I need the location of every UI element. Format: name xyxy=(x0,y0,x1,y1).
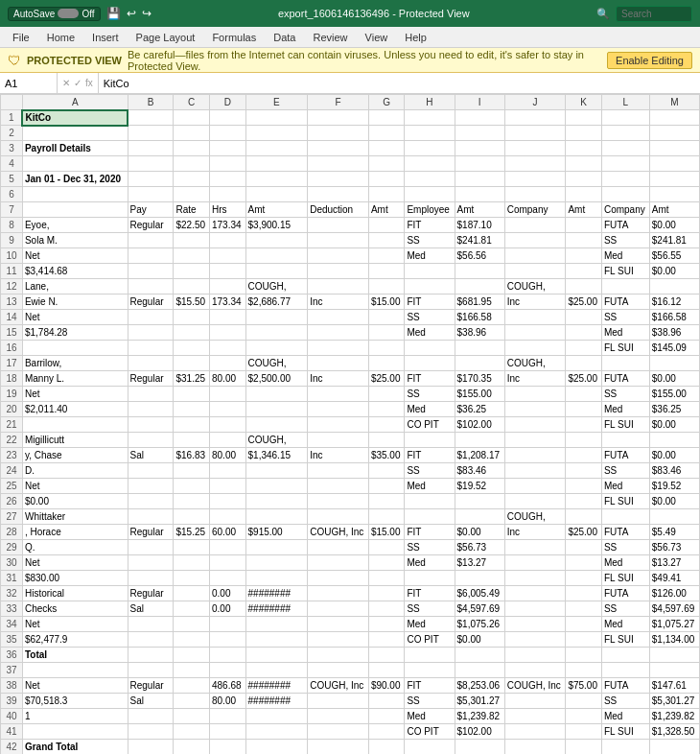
cell-e14[interactable] xyxy=(245,310,308,325)
cell-l37[interactable] xyxy=(601,663,649,678)
cell-g28[interactable]: $15.00 xyxy=(368,525,405,540)
cell-k23[interactable] xyxy=(566,448,602,463)
cell-k35[interactable] xyxy=(566,632,602,648)
cell-e9[interactable] xyxy=(245,233,308,248)
table-row[interactable]: 12Lane,COUGH,COUGH, xyxy=(1,279,700,295)
cell-j18[interactable]: Inc xyxy=(504,371,566,387)
cell-m32[interactable]: $126.00 xyxy=(649,586,699,601)
search-input[interactable] xyxy=(616,6,692,22)
cell-i15[interactable]: $38.96 xyxy=(455,325,504,341)
table-row[interactable]: 32HistoricalRegular0.00########FIT$6,005… xyxy=(1,586,700,601)
cell-f36[interactable] xyxy=(308,648,369,663)
cell-a28[interactable]: , Horace xyxy=(22,525,128,540)
cell-b16[interactable] xyxy=(128,341,174,356)
cell-f29[interactable] xyxy=(308,540,369,555)
cell-c31[interactable] xyxy=(174,571,210,586)
cell-h42[interactable] xyxy=(405,740,455,755)
cell-d39[interactable]: 80.00 xyxy=(209,694,245,709)
cell-l35[interactable]: FL SUI xyxy=(601,632,649,648)
cell-l42[interactable] xyxy=(601,740,649,755)
cell-b14[interactable] xyxy=(128,310,174,325)
undo-icon[interactable]: ↩ xyxy=(127,7,136,20)
cell-i37[interactable] xyxy=(455,663,504,678)
cell-l16[interactable]: FL SUI xyxy=(601,341,649,356)
table-row[interactable]: 20$2,011.40Med$36.25Med$36.25 xyxy=(1,402,700,417)
cell-h34[interactable]: Med xyxy=(405,617,455,632)
cell-j40[interactable] xyxy=(504,709,566,724)
cell-j24[interactable] xyxy=(504,463,566,479)
cell-b17[interactable] xyxy=(128,356,174,371)
cell-f32[interactable] xyxy=(308,586,369,601)
cell-f9[interactable] xyxy=(308,233,369,248)
cell-i27[interactable] xyxy=(455,509,504,525)
cell-e12[interactable]: COUGH, xyxy=(245,279,308,295)
cell-g39[interactable] xyxy=(368,694,405,709)
cell-l32[interactable]: FUTA xyxy=(601,586,649,601)
redo-icon[interactable]: ↪ xyxy=(142,7,152,20)
cell-m34[interactable]: $1,075.27 xyxy=(649,617,699,632)
col-header-e[interactable]: E xyxy=(245,95,308,110)
cell-i23[interactable]: $1,208.17 xyxy=(455,448,504,463)
cell-k1[interactable] xyxy=(566,110,602,126)
cell-d19[interactable] xyxy=(209,387,245,402)
cell-d32[interactable]: 0.00 xyxy=(209,586,245,601)
cell-i25[interactable]: $19.52 xyxy=(455,479,504,494)
table-row[interactable]: 26$0.00FL SUI$0.00 xyxy=(1,494,700,509)
cell-j4[interactable] xyxy=(504,156,566,172)
cell-a36[interactable]: Total xyxy=(22,648,128,663)
cell-b1[interactable] xyxy=(128,110,174,126)
cell-l1[interactable] xyxy=(601,110,649,126)
cell-h21[interactable]: CO PIT xyxy=(405,417,455,433)
cell-m30[interactable]: $13.27 xyxy=(649,555,699,571)
cell-a2[interactable] xyxy=(22,126,128,141)
cell-l33[interactable]: SS xyxy=(601,601,649,617)
cell-d38[interactable]: 486.68 xyxy=(209,678,245,694)
cell-b13[interactable]: Regular xyxy=(128,295,174,310)
table-row[interactable]: 2 xyxy=(1,126,700,141)
cell-a20[interactable]: $2,011.40 xyxy=(22,402,128,417)
cell-d34[interactable] xyxy=(209,617,245,632)
cell-f16[interactable] xyxy=(308,341,369,356)
cell-d22[interactable] xyxy=(209,433,245,448)
save-icon[interactable]: 💾 xyxy=(106,7,121,20)
cell-e7[interactable]: Amt xyxy=(245,202,308,218)
cell-a33[interactable]: Checks xyxy=(22,601,128,617)
cell-j22[interactable] xyxy=(504,433,566,448)
cell-l36[interactable] xyxy=(601,648,649,663)
cell-h22[interactable] xyxy=(405,433,455,448)
cell-d31[interactable] xyxy=(209,571,245,586)
cell-k42[interactable] xyxy=(566,740,602,755)
cell-j13[interactable]: Inc xyxy=(504,295,566,310)
cell-e19[interactable] xyxy=(245,387,308,402)
name-box[interactable]: A1 xyxy=(0,73,58,93)
cell-l28[interactable]: FUTA xyxy=(601,525,649,540)
cell-a9[interactable]: Sola M. xyxy=(22,233,128,248)
cell-i4[interactable] xyxy=(455,156,504,172)
cell-h17[interactable] xyxy=(405,356,455,371)
cell-d3[interactable] xyxy=(209,141,245,156)
cell-i36[interactable] xyxy=(455,648,504,663)
cell-k18[interactable]: $25.00 xyxy=(566,371,602,387)
cell-f11[interactable] xyxy=(308,264,369,279)
cell-i34[interactable]: $1,075.26 xyxy=(455,617,504,632)
cell-e18[interactable]: $2,500.00 xyxy=(245,371,308,387)
cell-m9[interactable]: $241.81 xyxy=(649,233,699,248)
cell-l14[interactable]: SS xyxy=(601,310,649,325)
cell-j36[interactable] xyxy=(504,648,566,663)
cell-i6[interactable] xyxy=(455,187,504,202)
cell-c24[interactable] xyxy=(174,463,210,479)
cell-a42[interactable]: Grand Total xyxy=(22,740,128,755)
cell-h5[interactable] xyxy=(405,172,455,187)
cell-g10[interactable] xyxy=(368,248,405,264)
cell-h35[interactable]: CO PIT xyxy=(405,632,455,648)
cell-d13[interactable]: 173.34 xyxy=(209,295,245,310)
cell-j37[interactable] xyxy=(504,663,566,678)
table-row[interactable]: 11$3,414.68FL SUI$0.00 xyxy=(1,264,700,279)
cell-b31[interactable] xyxy=(128,571,174,586)
cell-j33[interactable] xyxy=(504,601,566,617)
cell-m24[interactable]: $83.46 xyxy=(649,463,699,479)
col-header-a[interactable]: A xyxy=(22,95,128,110)
table-row[interactable]: 39$70,518.3Sal80.00########SS$5,301.27SS… xyxy=(1,694,700,709)
cell-c27[interactable] xyxy=(174,509,210,525)
cell-b29[interactable] xyxy=(128,540,174,555)
